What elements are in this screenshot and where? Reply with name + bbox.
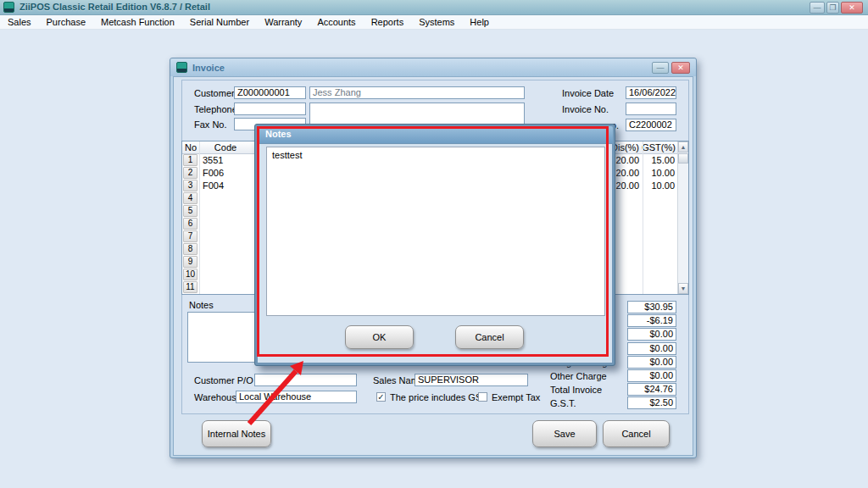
menu-accounts[interactable]: Accounts [309, 17, 363, 27]
freight-charge-field: $0.00 [627, 356, 676, 369]
cancel-button[interactable]: Cancel [603, 420, 670, 447]
gst-total-label: G.S.T. [550, 398, 626, 408]
total-field: $30.95 [627, 301, 676, 313]
row-number-cell[interactable]: 9 [183, 256, 198, 268]
col-header-gst[interactable]: GST(%) [641, 142, 676, 152]
col-header-code[interactable]: Code [199, 142, 252, 152]
app-logo-icon [3, 2, 14, 13]
menu-sales[interactable]: Sales [0, 17, 39, 27]
menubar: Sales Purchase Metcash Function Serial N… [0, 15, 868, 30]
exempt-tax-label: Exempt Tax [492, 392, 540, 402]
menu-help[interactable]: Help [462, 17, 497, 27]
code-cell: F006 [203, 168, 224, 178]
row-number-cell[interactable]: 8 [183, 243, 198, 255]
internal-notes-button[interactable]: Internal Notes [202, 420, 271, 447]
invoice-no-field[interactable] [626, 103, 676, 115]
row-number-cell[interactable]: 11 [183, 281, 198, 293]
total-field: -$6.19 [627, 314, 676, 327]
gst-cell: 10.00 [643, 180, 675, 191]
scroll-down-icon[interactable]: ▼ [678, 283, 688, 294]
customer-code-field[interactable]: Z000000001 [234, 86, 306, 99]
app-title: ZiiPOS Classic Retail Edition V6.8.7 / R… [19, 2, 210, 12]
order-no-field[interactable]: C2200002 [626, 119, 676, 131]
exempt-tax-checkbox[interactable] [478, 392, 487, 402]
notes-ok-button[interactable]: OK [345, 325, 414, 349]
invoice-window-title: Invoice [192, 63, 225, 73]
row-number-cell[interactable]: 10 [183, 269, 198, 280]
telephone-label: Telephone [194, 104, 237, 114]
total-field: $0.00 [627, 342, 676, 355]
row-number-cell[interactable]: 7 [183, 230, 198, 242]
notes-dialog: Notes testtest OK Cancel [254, 124, 615, 366]
minimize-icon[interactable]: — [810, 2, 825, 14]
scroll-up-icon[interactable]: ▲ [678, 141, 688, 152]
menu-serial-number[interactable]: Serial Number [182, 17, 257, 27]
row-number-cell[interactable]: 1 [183, 154, 198, 166]
gst-cell: 10.00 [643, 168, 675, 178]
invoice-minimize-icon[interactable]: — [652, 62, 669, 74]
customer-label: Customer [194, 88, 235, 98]
total-invoice-field: $24.76 [627, 383, 676, 396]
customer-po-field[interactable] [254, 374, 357, 386]
notes-dialog-textarea[interactable]: testtest [266, 147, 605, 316]
notes-dialog-title: Notes [265, 129, 292, 139]
app-titlebar[interactable]: ZiiPOS Classic Retail Edition V6.8.7 / R… [0, 0, 868, 15]
menu-metcash-function[interactable]: Metcash Function [93, 17, 182, 27]
invoice-no-label: Invoice No. [562, 104, 609, 114]
notes-cancel-button[interactable]: Cancel [455, 325, 524, 349]
price-includes-gst-label: The price includes GST [390, 392, 487, 402]
table-scrollbar[interactable]: ▲ ▼ [677, 141, 688, 294]
row-number-cell[interactable]: 6 [183, 218, 198, 230]
scrollbar-thumb[interactable] [678, 153, 688, 164]
code-cell: 3551 [203, 155, 223, 165]
invoice-close-icon[interactable]: ✕ [671, 62, 690, 74]
gst-cell: 15.00 [643, 155, 675, 165]
warehouse-field[interactable]: Local Warehouse [236, 391, 357, 403]
gst-total-field: $2.50 [627, 396, 676, 409]
other-charge-label: Other Charge [550, 371, 626, 381]
row-number-cell[interactable]: 2 [183, 167, 198, 179]
price-includes-gst-checkbox[interactable]: ✓ [376, 392, 386, 402]
row-number-cell[interactable]: 4 [183, 192, 198, 204]
menu-purchase[interactable]: Purchase [39, 17, 93, 27]
col-header-no[interactable]: No [182, 142, 199, 152]
telephone-field[interactable] [234, 103, 306, 115]
notes-label: Notes [189, 300, 214, 310]
row-number-cell[interactable]: 5 [183, 205, 198, 217]
menu-systems[interactable]: Systems [411, 17, 462, 27]
row-number-cell[interactable]: 3 [183, 180, 198, 191]
restore-icon[interactable]: ❐ [826, 2, 839, 14]
total-invoice-label: Total Invoice [550, 385, 626, 395]
sales-name-field[interactable]: SUPERVISOR [415, 374, 528, 386]
menu-reports[interactable]: Reports [364, 17, 412, 27]
invoice-titlebar[interactable]: Invoice — ✕ [170, 58, 696, 76]
other-charge-field: $0.00 [627, 369, 676, 382]
fax-label: Fax No. [194, 119, 227, 130]
menu-warranty[interactable]: Warranty [257, 17, 309, 27]
total-field: $0.00 [627, 328, 676, 341]
warehouse-label: Warehouse [194, 392, 242, 402]
notes-dialog-titlebar[interactable]: Notes [257, 126, 613, 143]
notes-dialog-body: testtest OK Cancel [258, 144, 612, 363]
code-cell: F004 [203, 180, 224, 191]
invoice-date-label: Invoice Date [562, 88, 614, 98]
customer-name-field[interactable]: Jess Zhang [309, 86, 525, 99]
invoice-date-field[interactable]: 16/06/2022 [626, 86, 676, 99]
save-button[interactable]: Save [532, 420, 597, 447]
close-icon[interactable]: ✕ [841, 2, 863, 14]
invoice-window-icon [176, 62, 187, 73]
